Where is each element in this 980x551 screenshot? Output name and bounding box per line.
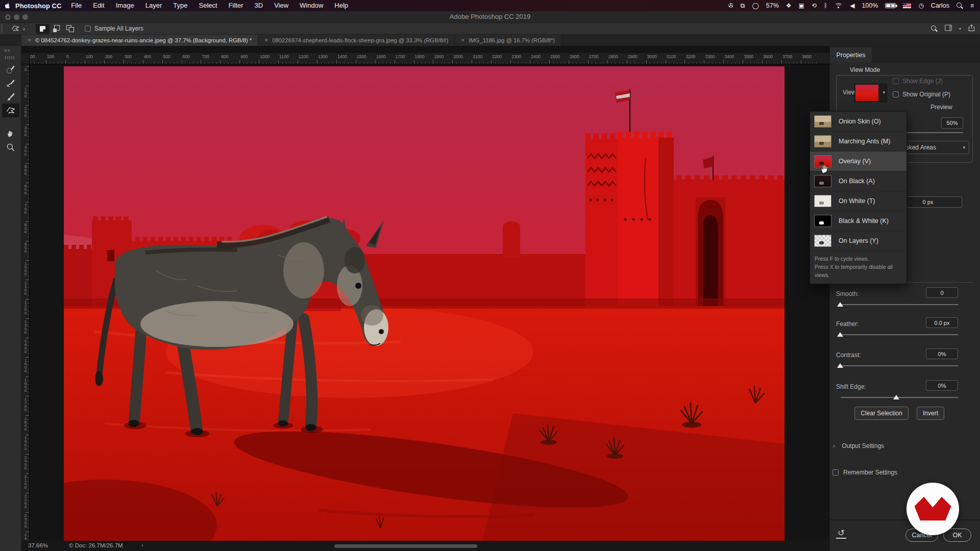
dropbox-icon[interactable]: ❖ [786, 2, 792, 9]
feather-slider-thumb[interactable] [837, 332, 843, 337]
subtract-from-selection-icon[interactable] [66, 25, 75, 33]
new-selection-icon[interactable] [36, 24, 50, 34]
menu-item-select[interactable]: Select [193, 0, 223, 11]
feather-value[interactable]: 0.0 px [926, 317, 958, 328]
notification-center-icon[interactable]: ≡ [970, 2, 974, 9]
tool-polygonal-lasso[interactable] [2, 104, 19, 117]
status-chevron-icon[interactable]: › [141, 542, 143, 548]
search-icon[interactable] [931, 26, 938, 32]
sample-all-layers-checkbox[interactable]: Sample All Layers [85, 25, 143, 32]
keyboard-flag-icon[interactable] [903, 3, 911, 8]
ruler-label: 600 [183, 54, 190, 59]
menu-app-name[interactable]: Photoshop CC [15, 2, 61, 10]
menu-item-edit[interactable]: Edit [87, 0, 110, 11]
sidecar-display-icon[interactable]: ⧉ [741, 2, 745, 9]
shift-edge-slider[interactable] [841, 397, 958, 398]
tool-refine-edge-brush[interactable] [2, 76, 19, 90]
reset-workspace-icon[interactable]: ↺ [836, 529, 846, 539]
view-mode-option[interactable]: On White (T) [810, 191, 906, 211]
canvas-image[interactable] [64, 66, 785, 542]
feather-slider[interactable] [841, 334, 958, 335]
sync-percent[interactable]: 57% [766, 2, 779, 9]
checkbox-icon[interactable] [85, 26, 91, 32]
shift-edge-slider-thumb[interactable] [893, 395, 899, 399]
battery-icon[interactable] [885, 3, 896, 8]
tool-zoom[interactable] [2, 140, 19, 154]
tool-quick-selection[interactable] [2, 62, 19, 76]
menu-item-image[interactable]: Image [110, 0, 140, 11]
chevron-down-icon[interactable]: ▾ [23, 27, 25, 32]
show-original-checkbox[interactable] [893, 91, 899, 97]
ruler-tick [530, 60, 530, 64]
menu-item-layer[interactable]: Layer [140, 0, 168, 11]
contrast-value[interactable]: 0% [926, 348, 958, 359]
display-icon[interactable]: ▣ [799, 2, 804, 9]
menu-item-filter[interactable]: Filter [223, 0, 249, 11]
view-mode-option[interactable]: Onion Skin (O) [810, 112, 906, 132]
document-tab[interactable]: ×IMG_1186.jpg @ 16.7% (RGB/8*) [455, 35, 561, 46]
chevron-down-icon[interactable]: ▾ [959, 27, 961, 31]
checkbox-icon[interactable] [832, 469, 839, 475]
share-icon[interactable] [967, 23, 976, 34]
menu-item-file[interactable]: File [65, 0, 87, 11]
battery-percent[interactable]: 100% [862, 2, 878, 9]
tab-close-icon[interactable]: × [28, 37, 31, 44]
contrast-slider-thumb[interactable] [837, 363, 843, 368]
feather-row: Feather: 0.0 px [836, 320, 971, 346]
ruler-tick [26, 396, 29, 396]
menu-status: ✇⧉◯57%❖▣⟲ᛒ◀100%◷Carlos≡ [728, 2, 980, 9]
view-mode-option[interactable]: Marching Ants (M) [810, 132, 906, 152]
recording-watermark-logo [906, 483, 959, 535]
polygonal-lasso-icon[interactable] [10, 24, 21, 34]
show-edge-label: Show Edge (J) [902, 78, 943, 85]
view-mode-option[interactable]: Black & White (K) [810, 211, 906, 231]
tab-close-icon[interactable]: × [264, 37, 268, 44]
shift-edge-value[interactable]: 0% [926, 380, 958, 391]
spotlight-icon[interactable] [957, 3, 963, 9]
menu-item-type[interactable]: Type [167, 0, 193, 11]
invert-button[interactable]: Invert [917, 407, 944, 420]
apple-menu-icon[interactable] [0, 2, 15, 10]
add-to-selection-icon[interactable] [53, 25, 61, 33]
tab-properties[interactable]: Properties [830, 47, 872, 62]
menu-item-window[interactable]: Window [294, 0, 329, 11]
tool-options-bar: ▾ Sample All Layers ▾ [0, 23, 980, 35]
smooth-slider-thumb[interactable] [837, 302, 843, 307]
menu-items: FileEditImageLayerTypeSelectFilter3DView… [65, 0, 354, 11]
creative-cloud-icon[interactable]: ◯ [752, 2, 758, 9]
user-name[interactable]: Carlos [931, 2, 949, 9]
view-mode-dropdown-button[interactable]: ▾ [854, 84, 887, 102]
options-grip-icon [1, 24, 3, 33]
output-settings-disclosure[interactable]: › Output Settings [833, 442, 884, 449]
horizontal-scrollbar[interactable] [334, 544, 477, 548]
remember-settings-checkbox[interactable]: Remember Settings [832, 469, 897, 476]
view-mode-option[interactable]: On Layers (Y) [810, 231, 906, 251]
toolbar-collapse-icon[interactable]: >> [4, 48, 11, 53]
document-tab[interactable]: ×© 084524762-donkey-grazes-near-ruins-an… [21, 35, 258, 46]
screen-record-icon[interactable]: ✇ [728, 2, 733, 9]
ruler-label: 7 0 0 [21, 204, 30, 214]
tab-close-icon[interactable]: × [461, 37, 464, 44]
smooth-slider[interactable] [841, 304, 958, 305]
menu-item-3d[interactable]: 3D [249, 0, 269, 11]
contrast-slider[interactable] [841, 365, 958, 366]
clock-icon[interactable]: ◷ [918, 2, 923, 9]
ruler-top[interactable]: 2001000100200300400500600700800900100011… [30, 53, 829, 64]
chevron-right-icon: › [833, 442, 835, 449]
time-machine-icon[interactable]: ⟲ [812, 2, 817, 9]
smooth-value[interactable]: 0 [926, 287, 958, 298]
bluetooth-icon[interactable]: ᛒ [824, 2, 827, 9]
volume-icon[interactable]: ◀ [850, 2, 854, 9]
workspace-icon[interactable] [944, 23, 953, 34]
tool-hand[interactable] [2, 127, 19, 140]
document-tab[interactable]: ×080226974-shepherd-leads-flock-sheep-gr… [258, 35, 455, 46]
ruler-tick [666, 60, 666, 64]
menu-item-help[interactable]: Help [329, 0, 354, 11]
wifi-icon[interactable] [835, 3, 843, 9]
clear-selection-button[interactable]: Clear Selection [854, 407, 909, 420]
zoom-level[interactable]: 37.66% [28, 542, 48, 548]
ruler-left[interactable]: 01 0 02 0 03 0 04 0 05 0 06 0 07 0 08 0 … [21, 64, 30, 541]
tool-brush[interactable] [2, 90, 19, 104]
transparency-value[interactable]: 50% [941, 117, 963, 129]
menu-item-view[interactable]: View [268, 0, 294, 11]
